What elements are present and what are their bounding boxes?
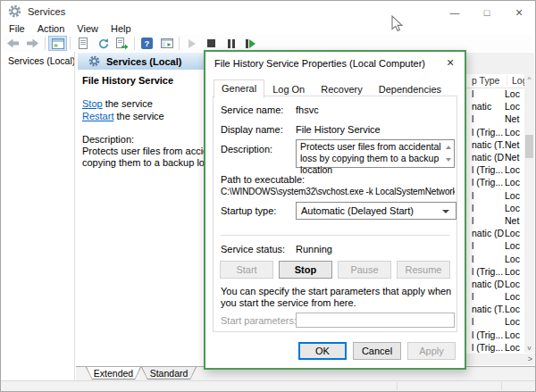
list-top-gap (465, 53, 534, 74)
log-on-as-cell: Net (505, 139, 524, 150)
description-textbox[interactable]: Protects user files from accidental loss… (296, 139, 455, 168)
dialog-tab[interactable]: Recovery (313, 80, 370, 97)
startup-type-cell: l (465, 291, 505, 302)
startup-type-value: Automatic (Delayed Start) (301, 205, 414, 216)
service-row[interactable]: natic (D... Loc (465, 278, 524, 290)
service-row[interactable]: natic (D... Loc (465, 227, 524, 239)
ok-button[interactable]: OK (298, 342, 347, 360)
scroll-up-icon[interactable]: ^ (524, 75, 534, 83)
service-row[interactable]: l (Trig... Loc (465, 341, 524, 353)
service-name-label: Service name: (221, 104, 283, 115)
stop-service-icon[interactable] (202, 36, 221, 51)
log-on-as-cell: Loc (505, 279, 524, 289)
startup-type-cell: natic (T... (465, 304, 505, 314)
description-value: Protects user files from accidental loss… (300, 141, 441, 176)
forward-icon[interactable] (23, 36, 42, 51)
service-row[interactable]: l Net (465, 214, 524, 227)
service-row[interactable]: l Net (465, 113, 524, 125)
console-window-icon[interactable] (48, 36, 67, 51)
restart-service-icon[interactable] (241, 36, 260, 51)
service-row[interactable]: l (Trig... Loc (465, 163, 524, 176)
startup-type-cell: l (465, 240, 505, 251)
service-row[interactable]: l (Trig... Loc (465, 329, 524, 341)
pause-button[interactable]: Pause (338, 261, 391, 279)
display-name-value: File History Service (296, 124, 381, 135)
restart-service-suffix: the service (113, 111, 163, 121)
dialog-tab[interactable]: General (214, 79, 264, 98)
menu-bar: FileActionViewHelp (3, 22, 535, 35)
stop-service-suffix: the service (103, 98, 153, 109)
export-list-icon[interactable] (113, 36, 131, 51)
close-button[interactable]: × (503, 1, 535, 24)
menu-item[interactable]: View (71, 22, 105, 35)
log-on-as-cell: Loc (505, 266, 524, 277)
menu-item[interactable]: File (3, 22, 31, 35)
start-service-icon[interactable] (182, 36, 201, 51)
status-separator (397, 382, 398, 390)
log-on-as-cell: Net (505, 215, 524, 226)
chevron-down-icon (442, 210, 449, 213)
vertical-scrollbar[interactable]: ^ v (524, 74, 534, 353)
start-parameters-note: You can specify the start parameters tha… (221, 286, 455, 309)
service-row[interactable]: natic (D... Net (465, 151, 524, 163)
menu-item[interactable]: Help (105, 22, 138, 35)
startup-type-cell: natic (D... (465, 279, 505, 289)
show-console-tree-icon[interactable] (157, 36, 176, 51)
cancel-button[interactable]: Cancel (353, 342, 401, 360)
service-row[interactable]: l Loc (465, 88, 524, 100)
service-row[interactable]: l Loc (465, 239, 524, 252)
gear-icon (88, 55, 100, 67)
service-row[interactable]: l Loc (465, 189, 524, 202)
restart-service-link[interactable]: Restart (82, 111, 113, 121)
service-row[interactable]: l (Trig... Loc (465, 265, 524, 278)
list-column-headers: p Type Log (465, 74, 524, 88)
service-row[interactable]: natic Loc (465, 100, 524, 113)
tree-item-services-local[interactable]: Services (Local) (1, 52, 74, 69)
startup-type-dropdown[interactable]: Automatic (Delayed Start) (296, 202, 456, 220)
start-parameters-input[interactable] (296, 313, 455, 328)
start-button[interactable]: Start (220, 261, 273, 279)
service-row[interactable]: natic (T... Net (465, 138, 524, 151)
apply-button[interactable]: Apply (407, 342, 456, 360)
stop-service-link[interactable]: Stop (82, 98, 103, 109)
dialog-tab[interactable]: Log On (264, 80, 313, 97)
startup-type-cell: l (Trig... (465, 329, 505, 340)
back-icon[interactable] (4, 36, 22, 51)
description-label: Description: (82, 134, 134, 145)
properties-icon[interactable] (73, 36, 92, 51)
view-tab[interactable]: Extended (86, 367, 141, 379)
scroll-down-icon[interactable] (446, 158, 451, 162)
log-on-as-cell: Loc (505, 291, 524, 302)
service-row[interactable]: l Loc (465, 290, 524, 303)
scroll-down-icon[interactable]: v (524, 344, 534, 352)
help-icon[interactable]: ? (138, 36, 156, 51)
description-label: Description: (221, 144, 272, 154)
menu-item[interactable]: Action (31, 22, 71, 35)
scroll-up-icon[interactable] (446, 146, 451, 149)
refresh-icon[interactable] (93, 36, 112, 51)
properties-dialog: File History Service Properties (Local C… (204, 50, 466, 370)
column-startup-type[interactable]: p Type (472, 75, 499, 86)
dialog-tab[interactable]: Dependencies (371, 80, 449, 97)
pause-service-icon[interactable] (222, 36, 240, 51)
scrollbar-thumb[interactable] (525, 135, 533, 158)
stop-button[interactable]: Stop (279, 261, 332, 279)
view-tab[interactable]: Standard (141, 367, 197, 379)
service-row[interactable]: l Loc (465, 202, 524, 214)
resume-button[interactable]: Resume (397, 261, 450, 279)
dialog-close-icon[interactable]: × (438, 53, 463, 72)
console-tree-panel: Services (Local) (1, 52, 75, 380)
service-row[interactable]: l Loc (465, 315, 524, 328)
minimize-button[interactable]: — (439, 1, 471, 24)
service-row[interactable]: l (Trig... Loc (465, 176, 524, 188)
selected-service-title: File History Service (82, 75, 173, 86)
horizontal-scrollbar[interactable]: > (465, 354, 534, 365)
toolbar-separator (70, 37, 71, 50)
window-title: Services (28, 6, 65, 17)
service-row[interactable]: natic (T... Loc (465, 303, 524, 315)
scroll-right-icon[interactable]: > (528, 354, 532, 363)
restart-service-line: Restart the service (82, 111, 164, 121)
maximize-button[interactable]: □ (471, 1, 503, 24)
service-row[interactable]: l Loc (465, 252, 524, 264)
service-row[interactable]: l (Trig... Loc (465, 126, 524, 138)
